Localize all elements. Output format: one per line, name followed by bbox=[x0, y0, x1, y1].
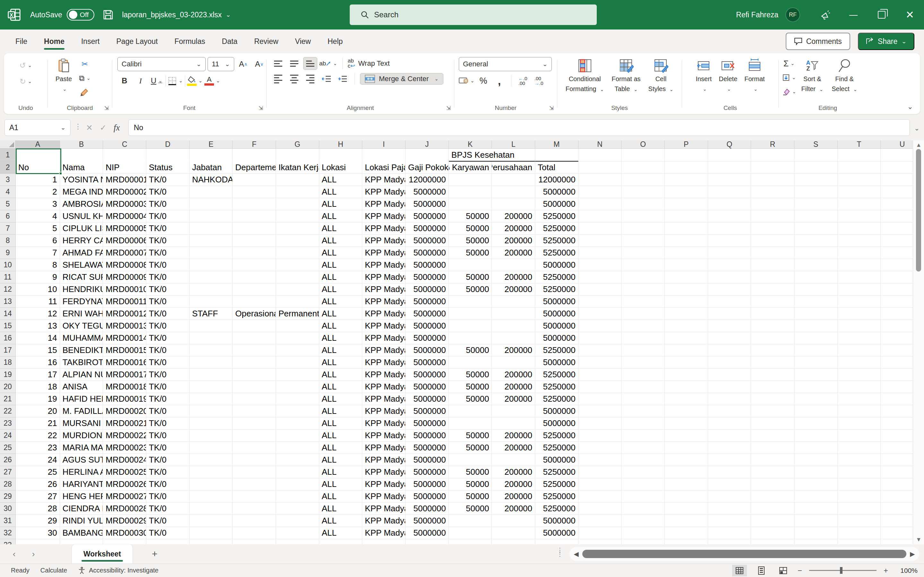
cell-A26[interactable]: 24 bbox=[16, 454, 60, 466]
cell-T16[interactable] bbox=[838, 332, 881, 344]
cell-J3[interactable]: 12000000 bbox=[405, 174, 449, 186]
cell-O8[interactable] bbox=[622, 235, 665, 247]
cell-T24[interactable] bbox=[838, 430, 881, 442]
cell-A6[interactable]: 4 bbox=[16, 210, 60, 222]
cell-A31[interactable]: 29 bbox=[16, 515, 60, 527]
cell-O22[interactable] bbox=[622, 405, 665, 417]
cell-A13[interactable]: 11 bbox=[16, 295, 60, 308]
cell-G26[interactable] bbox=[276, 454, 319, 466]
cell-O11[interactable] bbox=[622, 271, 665, 284]
cell-D32[interactable]: TK/0 bbox=[146, 527, 190, 539]
cell-M7[interactable]: 5250000 bbox=[535, 222, 578, 235]
cell-F19[interactable] bbox=[233, 369, 276, 381]
cell-B25[interactable]: MARIA MA bbox=[60, 442, 103, 454]
cell-M19[interactable]: 5250000 bbox=[535, 369, 578, 381]
cell-M31[interactable]: 5000000 bbox=[535, 515, 578, 527]
cell-N13[interactable] bbox=[578, 295, 622, 308]
row-header-15[interactable]: 15 bbox=[0, 320, 16, 332]
cell-N3[interactable] bbox=[578, 174, 622, 186]
cell-N24[interactable] bbox=[578, 430, 622, 442]
cell-Q25[interactable] bbox=[708, 442, 751, 454]
cell-J22[interactable]: 5000000 bbox=[405, 405, 449, 417]
cell-S15[interactable] bbox=[795, 320, 838, 332]
cell-E3[interactable]: NAHKODA bbox=[190, 174, 233, 186]
cell-A9[interactable]: 7 bbox=[16, 247, 60, 259]
cell-C20[interactable]: MRD00018 bbox=[103, 381, 146, 393]
cell-D22[interactable]: TK/0 bbox=[146, 405, 190, 417]
cell-F6[interactable] bbox=[233, 210, 276, 222]
cell-L20[interactable]: 200000 bbox=[492, 381, 535, 393]
cell-F2[interactable]: Departemen bbox=[233, 161, 276, 174]
cell-styles-button[interactable]: Cell Styles ⌄ bbox=[645, 57, 677, 95]
save-icon[interactable] bbox=[103, 9, 113, 20]
cell-H2[interactable]: Lokasi bbox=[319, 161, 363, 174]
cell-P4[interactable] bbox=[665, 186, 708, 198]
cell-P16[interactable] bbox=[665, 332, 708, 344]
cell-D13[interactable]: TK/0 bbox=[146, 295, 190, 308]
cell-G25[interactable] bbox=[276, 442, 319, 454]
cell-N31[interactable] bbox=[578, 515, 622, 527]
align-top-icon[interactable] bbox=[271, 57, 285, 70]
cell-M17[interactable]: 5250000 bbox=[535, 344, 578, 356]
status-calculate[interactable]: Calculate bbox=[40, 567, 67, 574]
cell-R14[interactable] bbox=[751, 308, 795, 320]
cell-K31[interactable] bbox=[449, 515, 492, 527]
cell-F14[interactable]: Operasional bbox=[233, 308, 276, 320]
cell-L22[interactable] bbox=[492, 405, 535, 417]
cell-P32[interactable] bbox=[665, 527, 708, 539]
cell-D5[interactable]: TK/0 bbox=[146, 198, 190, 210]
cell-K16[interactable] bbox=[449, 332, 492, 344]
cell-G15[interactable] bbox=[276, 320, 319, 332]
cell-T2[interactable] bbox=[838, 161, 881, 174]
cell-O17[interactable] bbox=[622, 344, 665, 356]
cell-D6[interactable]: TK/0 bbox=[146, 210, 190, 222]
cell-K13[interactable] bbox=[449, 295, 492, 308]
cell-K18[interactable] bbox=[449, 356, 492, 369]
cell-R17[interactable] bbox=[751, 344, 795, 356]
cell-R26[interactable] bbox=[751, 454, 795, 466]
cell-H23[interactable]: ALL bbox=[319, 417, 363, 430]
cell-M32[interactable]: 5000000 bbox=[535, 527, 578, 539]
cell-J10[interactable]: 5000000 bbox=[405, 259, 449, 271]
cell-K14[interactable] bbox=[449, 308, 492, 320]
cell-B6[interactable]: USNUL KHA bbox=[60, 210, 103, 222]
cell-P27[interactable] bbox=[665, 466, 708, 478]
cell-L14[interactable] bbox=[492, 308, 535, 320]
cell-N21[interactable] bbox=[578, 393, 622, 405]
cell-E31[interactable] bbox=[190, 515, 233, 527]
cell-M3[interactable]: 12000000 bbox=[535, 174, 578, 186]
cell-I28[interactable]: KPP Madya bbox=[362, 478, 405, 490]
cell-H26[interactable]: ALL bbox=[319, 454, 363, 466]
cell-C25[interactable]: MRD00023 bbox=[103, 442, 146, 454]
cell-M25[interactable]: 5250000 bbox=[535, 442, 578, 454]
cell-J19[interactable]: 5000000 bbox=[405, 369, 449, 381]
cell-Q29[interactable] bbox=[708, 490, 751, 503]
cell-L33[interactable] bbox=[492, 539, 535, 544]
row-header-19[interactable]: 19 bbox=[0, 369, 16, 381]
cell-E24[interactable] bbox=[190, 430, 233, 442]
active-cell-selection[interactable] bbox=[16, 148, 61, 174]
new-sheet-icon[interactable]: + bbox=[152, 548, 158, 559]
cell-R31[interactable] bbox=[751, 515, 795, 527]
cell-B4[interactable]: MEGA INDAH bbox=[60, 186, 103, 198]
cell-G24[interactable] bbox=[276, 430, 319, 442]
cell-Q8[interactable] bbox=[708, 235, 751, 247]
cell-N22[interactable] bbox=[578, 405, 622, 417]
cell-A5[interactable]: 3 bbox=[16, 198, 60, 210]
cell-M33[interactable] bbox=[535, 539, 578, 544]
cell-L5[interactable] bbox=[492, 198, 535, 210]
cell-C23[interactable]: MRD00021 bbox=[103, 417, 146, 430]
cell-I32[interactable]: KPP Madya bbox=[362, 527, 405, 539]
cell-H4[interactable]: ALL bbox=[319, 186, 363, 198]
cell-G9[interactable] bbox=[276, 247, 319, 259]
cell-N27[interactable] bbox=[578, 466, 622, 478]
cell-B16[interactable]: MUHAMMA bbox=[60, 332, 103, 344]
cell-K26[interactable] bbox=[449, 454, 492, 466]
row-header-9[interactable]: 9 bbox=[0, 247, 16, 259]
cancel-entry-icon[interactable]: ✕ bbox=[86, 123, 93, 132]
cell-D4[interactable]: TK/0 bbox=[146, 186, 190, 198]
collapse-ribbon-icon[interactable]: ⌄ bbox=[907, 103, 913, 111]
zoom-slider[interactable] bbox=[809, 570, 877, 571]
cell-Q1[interactable] bbox=[708, 149, 751, 161]
cell-O5[interactable] bbox=[622, 198, 665, 210]
